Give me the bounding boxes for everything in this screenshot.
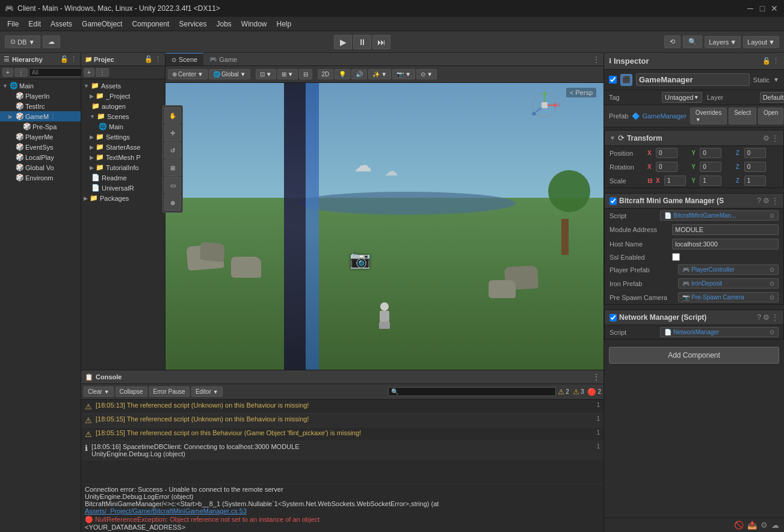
log-entry-3[interactable]: ℹ [18:05:16] SpacetimeDBClient: Connecti… <box>81 441 603 460</box>
folder-assets[interactable]: ▼ 📁 Assets <box>81 81 165 91</box>
ssl-checkbox[interactable] <box>672 253 680 261</box>
menu-assets[interactable]: Assets <box>46 19 77 29</box>
tool-scale[interactable]: ⊞ <box>164 159 181 176</box>
tool-move[interactable]: ✛ <box>164 124 181 141</box>
editor-button[interactable]: Editor ▼ <box>191 387 223 397</box>
scene-2d-btn[interactable]: 2D <box>318 69 334 79</box>
scale-z-input[interactable] <box>744 176 766 186</box>
play-button[interactable]: ▶ <box>334 35 352 49</box>
scene-viewport[interactable]: Y X Z < Persp <box>165 83 603 370</box>
menu-services[interactable]: Services <box>174 19 211 29</box>
hierarchy-menu-icon[interactable]: ⋮ <box>70 55 77 63</box>
folder-textmesh[interactable]: ▶ 📁 TextMesh P <box>81 152 165 162</box>
scene-gizmo2-btn[interactable]: ⊞ ▼ <box>277 69 298 79</box>
step-button[interactable]: ⏭ <box>372 35 390 49</box>
tool-rect[interactable]: ▭ <box>164 177 181 194</box>
folder-autogen[interactable]: 📁 autogen <box>81 101 165 111</box>
iron-prefab-value[interactable]: 🎮 IronDeposit ⊙ <box>678 278 779 289</box>
menu-help[interactable]: Help <box>272 19 297 29</box>
tree-item-playerin[interactable]: 🎲 PlayerIn <box>0 91 81 101</box>
gameobject-active-checkbox[interactable] <box>609 76 617 84</box>
bitcraft-more-icon[interactable]: ⋮ <box>771 197 779 205</box>
project-more-btn[interactable]: ⋮ <box>96 68 109 77</box>
scene-fx-btn[interactable]: ✨ ▼ <box>368 69 391 79</box>
bitcraft-help-icon[interactable]: ? <box>757 197 761 205</box>
menu-edit[interactable]: Edit <box>23 19 46 29</box>
maximize-button[interactable]: □ <box>758 4 767 13</box>
layout-dropdown[interactable]: Layout ▼ <box>743 36 779 48</box>
rotation-y-input[interactable] <box>700 162 721 172</box>
game-tab[interactable]: 🎮 Game <box>203 54 243 66</box>
bitcraft-header[interactable]: Bitcraft Mini Game Manager (S ? ⚙ ⋮ <box>605 194 783 209</box>
history-button[interactable]: ⟲ <box>664 35 681 48</box>
pre-spawn-value[interactable]: 📷 Pre-Spawn Camera ⊙ <box>678 292 779 302</box>
tool-hand[interactable]: ✋ <box>164 107 181 124</box>
scale-x-input[interactable] <box>664 176 686 186</box>
scene-light-btn[interactable]: 💡 <box>335 69 350 79</box>
transform-more-icon[interactable]: ⋮ <box>771 134 779 142</box>
file-main[interactable]: 🌐 Main <box>81 121 165 132</box>
clear-button[interactable]: Clear ▼ <box>84 387 114 397</box>
tree-item-prespa[interactable]: 🎲 Pre-Spa <box>0 121 81 132</box>
hierarchy-add-button[interactable]: + <box>2 68 13 77</box>
tool-transform[interactable]: ⊕ <box>164 194 181 211</box>
menu-jobs[interactable]: Jobs <box>211 19 236 29</box>
tree-item-localplay[interactable]: 🎲 LocalPlay <box>0 152 81 162</box>
tree-item-gamem[interactable]: ▶ 🎲 GameM ⋮ <box>0 111 81 121</box>
folder-scenes[interactable]: ▼ 📁 Scenes <box>81 111 165 121</box>
player-prefab-value[interactable]: 🎮 PlayerController ⊙ <box>678 264 779 275</box>
folder-starter[interactable]: ▶ 📁 StarterAsse <box>81 142 165 152</box>
overrides-button[interactable]: Overrides ▼ <box>690 108 727 124</box>
transform-settings-icon[interactable]: ⚙ <box>763 134 770 142</box>
tree-item-eventsys[interactable]: 🎲 EventSys <box>0 142 81 152</box>
scale-y-input[interactable] <box>700 176 721 186</box>
error-pause-button[interactable]: Error Pause <box>149 387 190 397</box>
network-settings-icon[interactable]: ⚙ <box>763 313 770 322</box>
scene-gizmo-btn[interactable]: ⊡ ▼ <box>256 69 276 79</box>
folder-settings[interactable]: ▶ 📁 Settings <box>81 132 165 142</box>
scene-audio-btn[interactable]: 🔊 <box>351 69 367 79</box>
transform-header[interactable]: ▼ ⟳ Transform ⚙ ⋮ <box>605 130 783 146</box>
log-entry-2[interactable]: ⚠ [18:05:15] The referenced script on th… <box>81 427 603 441</box>
tree-item-playerme[interactable]: 🎲 PlayerMe <box>0 132 81 142</box>
folder-packages[interactable]: ▶ 📁 Packages <box>81 193 165 203</box>
folder-project[interactable]: ▶ 📁 _Project <box>81 91 165 101</box>
network-help-icon[interactable]: ? <box>757 313 761 322</box>
pause-button[interactable]: ⏸ <box>353 35 371 49</box>
search-button[interactable]: 🔍 <box>683 35 702 48</box>
scene-tab[interactable]: ⊙ Scene <box>165 53 203 66</box>
console-search[interactable] <box>388 387 556 396</box>
position-x-input[interactable] <box>656 148 678 158</box>
scene-global-btn[interactable]: 🌐 Global ▼ <box>209 69 250 79</box>
folder-tutorial[interactable]: ▶ 📁 TutorialInfo <box>81 162 165 173</box>
network-header[interactable]: Network Manager (Script) ? ⚙ ⋮ <box>605 310 783 325</box>
hierarchy-more-button[interactable]: ⋮ <box>14 68 28 77</box>
add-component-button[interactable]: Add Component <box>609 347 779 364</box>
menu-gameobject[interactable]: GameObject <box>77 19 127 29</box>
project-menu-icon[interactable]: ⋮ <box>155 55 161 63</box>
console-menu-icon[interactable]: ⋮ <box>593 373 600 381</box>
menu-window[interactable]: Window <box>236 19 272 29</box>
scene-center-btn[interactable]: ⊕ Center ▼ <box>168 69 208 79</box>
tag-dropdown[interactable]: Untagged ▼ <box>662 92 702 103</box>
menu-file[interactable]: File <box>2 19 23 29</box>
select-button[interactable]: Select <box>729 108 756 124</box>
console-link[interactable]: Assets/_Project/Game/BitcraftMiniGameMan… <box>85 507 600 515</box>
file-universalr[interactable]: 📄 UniversalR <box>81 183 165 193</box>
network-script-value[interactable]: 📄 NetworkManager ⊙ <box>660 327 779 337</box>
menu-component[interactable]: Component <box>127 19 174 29</box>
log-entry-1[interactable]: ⚠ [18:05:15] The referenced script (Unkn… <box>81 414 603 427</box>
position-y-input[interactable] <box>700 148 721 158</box>
position-z-input[interactable] <box>744 148 766 158</box>
scene-camera-btn[interactable]: 📷 ▼ <box>392 69 415 79</box>
inspector-menu-icon[interactable]: ⋮ <box>773 57 779 65</box>
open-button[interactable]: Open <box>758 108 783 124</box>
cloud-button[interactable]: ☁ <box>43 35 60 48</box>
bitcraft-settings-icon[interactable]: ⚙ <box>763 197 770 205</box>
hierarchy-lock-icon[interactable]: 🔓 <box>60 55 69 63</box>
gameobject-name-field[interactable] <box>636 73 750 86</box>
minimize-button[interactable]: ─ <box>745 4 755 13</box>
module-address-input[interactable] <box>672 224 779 235</box>
layer-dropdown[interactable]: Default ▼ <box>760 92 784 103</box>
network-more-icon[interactable]: ⋮ <box>771 313 779 322</box>
